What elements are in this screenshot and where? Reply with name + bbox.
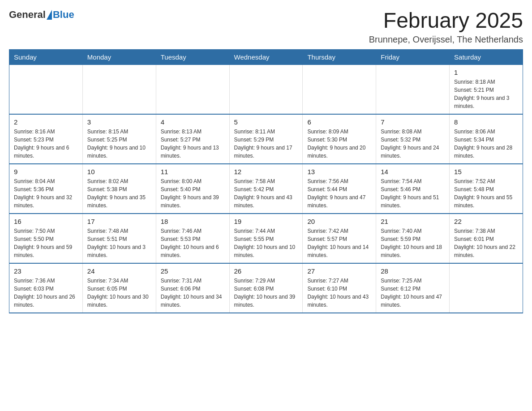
day-number: 9 [14,168,78,176]
day-info: Sunrise: 8:11 AMSunset: 5:29 PMDaylight:… [234,128,298,160]
header-tuesday: Tuesday [156,49,229,64]
day-cell: 9Sunrise: 8:04 AMSunset: 5:36 PMDaylight… [9,164,83,214]
day-number: 5 [234,118,298,126]
day-cell: 24Sunrise: 7:34 AMSunset: 6:05 PMDayligh… [82,263,156,313]
day-cell: 11Sunrise: 8:00 AMSunset: 5:40 PMDayligh… [156,164,229,214]
day-info: Sunrise: 8:08 AMSunset: 5:32 PMDaylight:… [381,128,445,160]
day-cell: 28Sunrise: 7:25 AMSunset: 6:12 PMDayligh… [376,263,450,313]
day-number: 24 [87,267,151,275]
day-number: 19 [234,218,298,225]
week-row-2: 2Sunrise: 8:16 AMSunset: 5:23 PMDaylight… [9,114,523,164]
day-info: Sunrise: 7:48 AMSunset: 5:51 PMDaylight:… [87,227,151,259]
day-cell: 6Sunrise: 8:09 AMSunset: 5:30 PMDaylight… [303,114,376,164]
day-cell [450,263,523,313]
day-cell: 10Sunrise: 8:02 AMSunset: 5:38 PMDayligh… [82,164,156,214]
page-header: General Blue February 2025 Brunnepe, Ove… [9,9,523,45]
day-cell: 27Sunrise: 7:27 AMSunset: 6:10 PMDayligh… [303,263,376,313]
header-wednesday: Wednesday [229,49,303,64]
day-cell [156,64,229,114]
day-cell: 18Sunrise: 7:46 AMSunset: 5:53 PMDayligh… [156,214,229,263]
day-info: Sunrise: 7:46 AMSunset: 5:53 PMDaylight:… [161,227,225,259]
day-number: 3 [87,118,151,126]
day-number: 16 [14,218,78,225]
day-cell: 1Sunrise: 8:18 AMSunset: 5:21 PMDaylight… [450,64,523,114]
day-cell: 23Sunrise: 7:36 AMSunset: 6:03 PMDayligh… [9,263,83,313]
day-number: 14 [381,168,445,176]
day-info: Sunrise: 7:58 AMSunset: 5:42 PMDaylight:… [234,177,298,210]
day-info: Sunrise: 7:54 AMSunset: 5:46 PMDaylight:… [381,177,445,210]
day-info: Sunrise: 8:04 AMSunset: 5:36 PMDaylight:… [14,177,78,210]
day-cell: 8Sunrise: 8:06 AMSunset: 5:34 PMDaylight… [450,114,523,164]
day-cell [303,64,376,114]
logo: General Blue [9,9,74,21]
day-number: 18 [161,218,225,225]
day-number: 12 [234,168,298,176]
day-cell: 12Sunrise: 7:58 AMSunset: 5:42 PMDayligh… [229,164,303,214]
day-number: 27 [307,267,371,275]
logo-blue-text: Blue [53,9,74,21]
day-number: 10 [87,168,151,176]
day-info: Sunrise: 8:02 AMSunset: 5:38 PMDaylight:… [87,177,151,210]
header-monday: Monday [82,49,156,64]
day-cell [82,64,156,114]
header-thursday: Thursday [303,49,376,64]
header-sunday: Sunday [9,49,83,64]
day-info: Sunrise: 7:36 AMSunset: 6:03 PMDaylight:… [14,277,78,309]
month-title: February 2025 [369,9,523,33]
day-info: Sunrise: 7:27 AMSunset: 6:10 PMDaylight:… [307,277,371,309]
day-cell: 21Sunrise: 7:40 AMSunset: 5:59 PMDayligh… [376,214,450,263]
day-info: Sunrise: 7:50 AMSunset: 5:50 PMDaylight:… [14,227,78,259]
day-info: Sunrise: 7:40 AMSunset: 5:59 PMDaylight:… [381,227,445,259]
day-number: 13 [307,168,371,176]
day-info: Sunrise: 7:42 AMSunset: 5:57 PMDaylight:… [307,227,371,259]
weekday-header-row: Sunday Monday Tuesday Wednesday Thursday… [9,49,523,64]
day-number: 22 [454,218,518,225]
day-number: 17 [87,218,151,225]
day-info: Sunrise: 7:52 AMSunset: 5:48 PMDaylight:… [454,177,518,210]
week-row-5: 23Sunrise: 7:36 AMSunset: 6:03 PMDayligh… [9,263,523,313]
day-info: Sunrise: 8:18 AMSunset: 5:21 PMDaylight:… [454,78,518,110]
day-cell: 20Sunrise: 7:42 AMSunset: 5:57 PMDayligh… [303,214,376,263]
day-cell: 13Sunrise: 7:56 AMSunset: 5:44 PMDayligh… [303,164,376,214]
day-cell: 17Sunrise: 7:48 AMSunset: 5:51 PMDayligh… [82,214,156,263]
header-friday: Friday [376,49,450,64]
day-number: 1 [454,68,518,76]
day-cell: 26Sunrise: 7:29 AMSunset: 6:08 PMDayligh… [229,263,303,313]
day-info: Sunrise: 7:31 AMSunset: 6:06 PMDaylight:… [161,277,225,309]
week-row-1: 1Sunrise: 8:18 AMSunset: 5:21 PMDaylight… [9,64,523,114]
title-block: February 2025 Brunnepe, Overijssel, The … [369,9,523,45]
day-cell: 2Sunrise: 8:16 AMSunset: 5:23 PMDaylight… [9,114,83,164]
day-number: 4 [161,118,225,126]
day-cell: 22Sunrise: 7:38 AMSunset: 6:01 PMDayligh… [450,214,523,263]
day-number: 21 [381,218,445,225]
week-row-4: 16Sunrise: 7:50 AMSunset: 5:50 PMDayligh… [9,214,523,263]
day-cell: 19Sunrise: 7:44 AMSunset: 5:55 PMDayligh… [229,214,303,263]
day-cell: 4Sunrise: 8:13 AMSunset: 5:27 PMDaylight… [156,114,229,164]
day-cell [229,64,303,114]
day-cell [9,64,83,114]
day-info: Sunrise: 8:13 AMSunset: 5:27 PMDaylight:… [161,128,225,160]
day-number: 11 [161,168,225,176]
day-number: 6 [307,118,371,126]
day-number: 20 [307,218,371,225]
day-info: Sunrise: 7:56 AMSunset: 5:44 PMDaylight:… [307,177,371,210]
header-saturday: Saturday [450,49,523,64]
day-cell: 14Sunrise: 7:54 AMSunset: 5:46 PMDayligh… [376,164,450,214]
day-cell [376,64,450,114]
day-number: 23 [14,267,78,275]
week-row-3: 9Sunrise: 8:04 AMSunset: 5:36 PMDaylight… [9,164,523,214]
day-cell: 25Sunrise: 7:31 AMSunset: 6:06 PMDayligh… [156,263,229,313]
day-info: Sunrise: 8:16 AMSunset: 5:23 PMDaylight:… [14,128,78,160]
day-info: Sunrise: 7:34 AMSunset: 6:05 PMDaylight:… [87,277,151,309]
calendar-table: Sunday Monday Tuesday Wednesday Thursday… [9,49,523,313]
day-info: Sunrise: 7:44 AMSunset: 5:55 PMDaylight:… [234,227,298,259]
day-info: Sunrise: 7:38 AMSunset: 6:01 PMDaylight:… [454,227,518,259]
day-info: Sunrise: 7:25 AMSunset: 6:12 PMDaylight:… [381,277,445,309]
day-info: Sunrise: 8:09 AMSunset: 5:30 PMDaylight:… [307,128,371,160]
day-info: Sunrise: 8:15 AMSunset: 5:25 PMDaylight:… [87,128,151,160]
logo-triangle-icon [47,10,52,20]
day-info: Sunrise: 8:00 AMSunset: 5:40 PMDaylight:… [161,177,225,210]
day-cell: 5Sunrise: 8:11 AMSunset: 5:29 PMDaylight… [229,114,303,164]
day-number: 8 [454,118,518,126]
day-number: 2 [14,118,78,126]
